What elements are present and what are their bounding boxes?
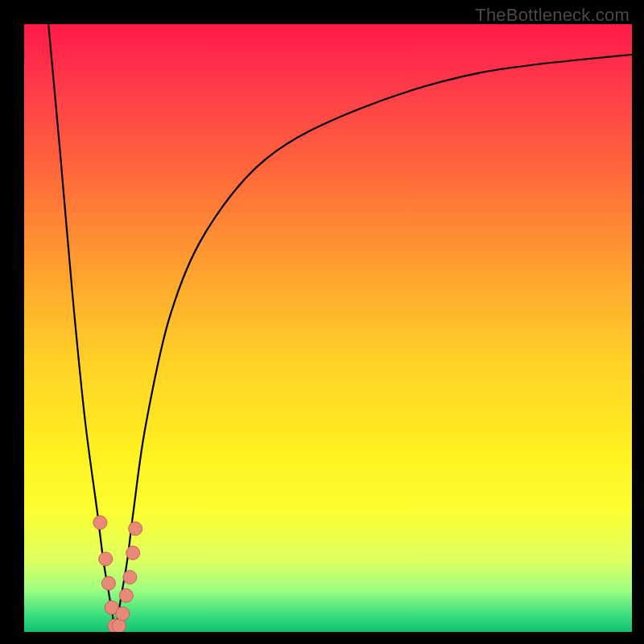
chart-svg — [24, 24, 632, 632]
data-point — [105, 601, 118, 614]
data-point — [116, 607, 130, 621]
data-point — [119, 588, 133, 602]
data-point — [129, 522, 142, 535]
plot-area — [24, 24, 632, 632]
curve-right-branch — [115, 55, 632, 632]
data-point — [99, 552, 113, 566]
data-point — [112, 619, 126, 632]
data-point — [101, 576, 115, 590]
watermark-text: TheBottleneck.com — [475, 5, 630, 26]
curve-left-branch — [48, 24, 115, 632]
data-point — [123, 571, 137, 584]
data-point — [126, 546, 140, 559]
data-point — [93, 516, 107, 530]
data-point — [108, 619, 122, 632]
